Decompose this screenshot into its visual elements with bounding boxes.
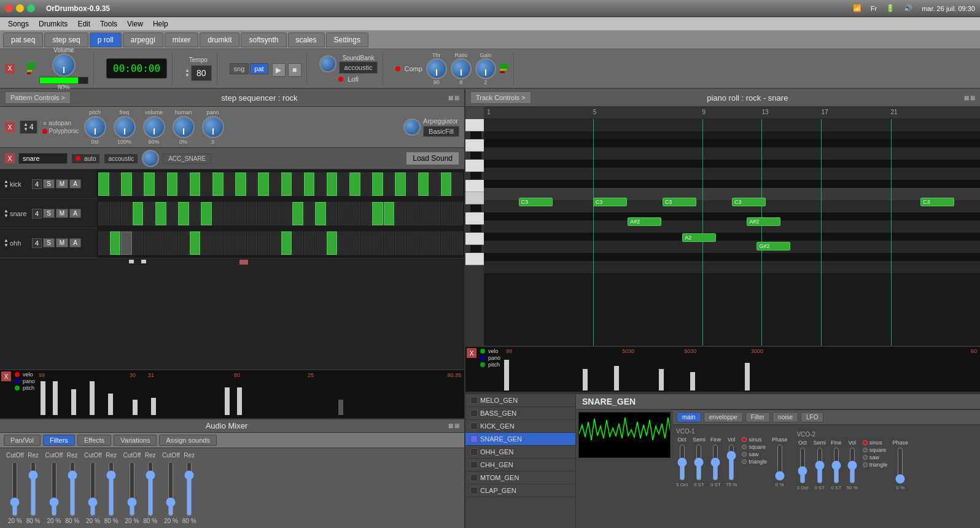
mixer-tab-effects[interactable]: Effects xyxy=(77,435,111,446)
tab-p-roll[interactable]: p roll xyxy=(90,33,122,47)
maximize-dot[interactable] xyxy=(27,4,35,12)
snare-s-btn[interactable]: S xyxy=(43,209,55,218)
vco1-saw-option[interactable]: saw xyxy=(742,451,767,457)
kick-step-29[interactable] xyxy=(418,173,429,196)
kick-step-4[interactable] xyxy=(133,173,144,196)
vco2-vol-slider[interactable] xyxy=(848,447,857,484)
synth-tab-main[interactable]: main xyxy=(677,412,701,422)
bass-gen-checkbox[interactable] xyxy=(470,410,478,417)
synth-tab-noise[interactable]: noise xyxy=(772,412,798,422)
snare-a-btn[interactable]: A xyxy=(69,209,81,218)
note-c3-3[interactable]: C3 xyxy=(663,198,696,206)
ohh-step-22[interactable] xyxy=(338,231,349,255)
vco2-square-option[interactable]: square xyxy=(863,447,888,453)
vco1-sinus-radio[interactable] xyxy=(742,437,747,442)
vco2-sinus-radio[interactable] xyxy=(863,440,868,445)
kick-step-32[interactable] xyxy=(452,173,463,196)
piano-key-gs2-black[interactable] xyxy=(470,245,481,253)
ohh-step-18[interactable] xyxy=(292,231,303,255)
vco2-triangle-option[interactable]: triangle xyxy=(863,462,888,468)
kick-step-5[interactable] xyxy=(144,173,155,196)
ohh-step-7[interactable] xyxy=(167,231,178,255)
snare-gen-checkbox[interactable] xyxy=(470,435,478,443)
snare-step-18[interactable] xyxy=(292,202,303,225)
snare-step-14[interactable] xyxy=(247,202,258,225)
autopan-checkbox[interactable] xyxy=(42,121,47,126)
ohh-step-28[interactable] xyxy=(406,231,418,255)
piano-key-g3-white[interactable] xyxy=(465,180,484,192)
step-seq-resize[interactable]: ⊞ xyxy=(454,95,459,101)
ohh-step-3[interactable] xyxy=(121,231,132,255)
window-controls[interactable] xyxy=(5,4,35,12)
snare-step-22[interactable] xyxy=(338,202,349,225)
snare-step-11[interactable] xyxy=(212,202,224,225)
kick-step-26[interactable] xyxy=(384,173,395,196)
play-button[interactable]: ▶ xyxy=(272,63,286,77)
synth-kick-gen[interactable]: KICK_GEN xyxy=(465,420,575,433)
kick-s-btn[interactable]: S xyxy=(43,179,55,188)
pr-vel-close[interactable]: X xyxy=(467,348,476,358)
rez-1-slider[interactable] xyxy=(28,461,39,516)
kick-step-13[interactable] xyxy=(235,173,246,196)
ohh-step-10[interactable] xyxy=(201,231,212,255)
snare-step-28[interactable] xyxy=(406,202,418,225)
tab-softsynth[interactable]: softsynth xyxy=(241,33,286,47)
vco2-saw-option[interactable]: saw xyxy=(863,454,888,460)
vco2-square-radio[interactable] xyxy=(863,448,868,452)
vco1-oct-slider[interactable] xyxy=(678,444,686,481)
pitch-knob[interactable] xyxy=(84,116,106,138)
kick-step-6[interactable] xyxy=(155,173,166,196)
ohh-step-27[interactable] xyxy=(395,231,406,255)
kick-step-17[interactable] xyxy=(281,173,292,196)
menu-songs[interactable]: Songs xyxy=(3,18,34,29)
snare-step-16[interactable] xyxy=(270,202,281,225)
snare-step-27[interactable] xyxy=(395,202,406,225)
note-c3-2[interactable]: C3 xyxy=(593,198,627,206)
vco2-oct-slider[interactable] xyxy=(798,447,807,484)
sound-knob[interactable] xyxy=(142,150,159,167)
kick-step-19[interactable] xyxy=(304,173,315,196)
kick-step-8[interactable] xyxy=(178,173,189,196)
snare-step-20[interactable] xyxy=(315,202,326,225)
freq-knob[interactable] xyxy=(114,116,136,138)
vel-close-button[interactable]: X xyxy=(1,371,11,381)
synth-tab-lfo[interactable]: LFO xyxy=(801,412,823,422)
vco1-square-radio[interactable] xyxy=(742,445,747,449)
ohh-step-30[interactable] xyxy=(429,231,440,255)
synth-melo-gen[interactable]: MELO_GEN xyxy=(465,394,575,407)
vco2-saw-radio[interactable] xyxy=(863,455,868,460)
snare-step-2[interactable] xyxy=(110,202,121,225)
volume-pattern-knob[interactable] xyxy=(143,116,165,138)
kick-step-10[interactable] xyxy=(201,173,212,196)
pano-knob[interactable] xyxy=(202,116,224,138)
mixer-tab-panvol[interactable]: Pan/Vol xyxy=(4,435,41,446)
kick-step-14[interactable] xyxy=(247,173,258,196)
ohh-step-8[interactable] xyxy=(178,231,189,255)
note-c3-4[interactable]: C3 xyxy=(732,198,766,206)
track-close-button[interactable]: X xyxy=(5,153,15,163)
piano-key-b2-white[interactable] xyxy=(465,212,484,225)
kick-step-16[interactable] xyxy=(270,173,281,196)
rez-2-slider[interactable] xyxy=(67,461,78,516)
ohh-beat-down[interactable]: ▼ xyxy=(4,243,9,248)
snare-step-30[interactable] xyxy=(429,202,440,225)
kick-step-2[interactable] xyxy=(110,173,121,196)
rez-3-slider[interactable] xyxy=(106,461,117,516)
vco2-sinus-option[interactable]: sinus xyxy=(863,440,888,446)
synth-snare-gen[interactable]: SNARE_GEN xyxy=(465,433,575,446)
synth-tab-filter[interactable]: Filter xyxy=(745,412,770,422)
menu-help[interactable]: Help xyxy=(148,18,173,29)
ohh-gen-checkbox[interactable] xyxy=(470,448,478,456)
snare-step-7[interactable] xyxy=(167,202,178,225)
kick-step-3[interactable] xyxy=(121,173,132,196)
minimize-dot[interactable] xyxy=(16,4,24,12)
vco1-saw-radio[interactable] xyxy=(742,452,747,457)
synth-ohh-gen[interactable]: OHH_GEN xyxy=(465,446,575,459)
piano-roll-minimize[interactable]: ⊠ xyxy=(964,95,969,101)
tab-scales[interactable]: scales xyxy=(288,33,325,47)
kick-step-20[interactable] xyxy=(315,173,326,196)
kick-step-11[interactable] xyxy=(212,173,224,196)
auto-button[interactable]: auto xyxy=(71,153,100,164)
beat-updown[interactable]: ▲ ▼ xyxy=(23,122,28,132)
tab-mixer[interactable]: mixer xyxy=(165,33,198,47)
